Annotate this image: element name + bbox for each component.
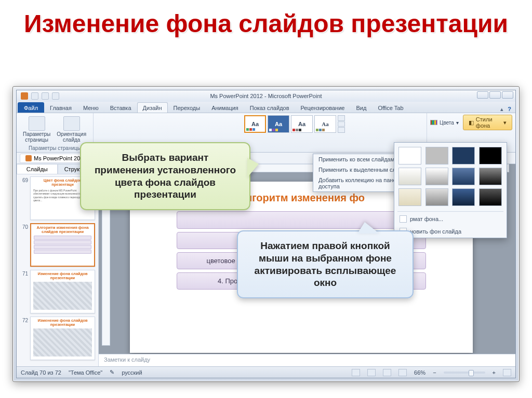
tab-officetab[interactable]: Office Tab [372, 102, 409, 113]
qat-undo-icon[interactable] [42, 92, 49, 100]
bg-swatch[interactable] [479, 147, 502, 164]
bg-swatch[interactable] [452, 188, 475, 206]
presentation-icon [25, 155, 32, 161]
background-styles-button[interactable]: ◧Стили фона▾ [463, 115, 512, 130]
app-icon [21, 92, 28, 100]
ribbon-min-icon[interactable]: ▴ [500, 106, 503, 113]
bg-swatch[interactable] [425, 188, 448, 206]
background-styles-dropdown: рмат фона... новить фон слайда [394, 142, 507, 238]
group-page-setup: Параметры страницы [21, 144, 89, 151]
format-background-item[interactable]: рмат фона... [394, 213, 507, 225]
callout-blue: Нажатием правой кнопкой мыши на выбранно… [237, 230, 414, 298]
slide-counter: Слайд 70 из 72 [21, 369, 61, 376]
theme-name: "Тема Office" [69, 369, 102, 376]
callout-green: Выбрать вариант применения установленног… [80, 142, 250, 210]
fit-icon[interactable] [503, 369, 511, 376]
slide-thumb[interactable]: 70 Алгоритм изменения фона слайдов презе… [20, 223, 95, 267]
background-swatch-grid [394, 143, 507, 210]
language-status[interactable]: русский [122, 369, 142, 376]
status-bar: Слайд 70 из 72 "Тема Office" ✎ русский 6… [17, 366, 515, 378]
bg-swatch[interactable] [452, 168, 475, 185]
bg-swatch[interactable] [479, 188, 502, 206]
bg-swatch[interactable] [425, 168, 448, 185]
tab-animation[interactable]: Анимация [206, 102, 244, 113]
title-bar: Ms PowerPoint 2012 - Microsoft PowerPoin… [17, 90, 515, 102]
document-tab-label: Ms PowerPoint 2012 [34, 155, 87, 161]
colors-dropdown[interactable]: Цвета▾ [430, 115, 459, 130]
tab-transitions[interactable]: Переходы [168, 102, 206, 113]
view-reading-icon[interactable] [383, 369, 391, 376]
bg-swatch[interactable] [398, 147, 421, 164]
zoom-in-icon[interactable]: + [493, 369, 496, 376]
slides-tab[interactable]: Слайды [17, 164, 58, 174]
window-title: Ms PowerPoint 2012 - Microsoft PowerPoin… [210, 93, 322, 99]
minimize-button[interactable] [477, 91, 488, 99]
tab-view[interactable]: Вид [350, 102, 372, 113]
gallery-up-icon[interactable] [338, 115, 345, 121]
theme-thumb[interactable]: Aa [244, 115, 266, 133]
page-setup-button[interactable]: Параметры страницы [21, 115, 52, 144]
slide-thumb[interactable]: 72 Изменение фона слайдов презентации [20, 317, 95, 360]
zoom-label: 66% [414, 369, 425, 376]
gallery-down-icon[interactable] [338, 121, 345, 127]
help-icon[interactable]: ? [508, 106, 511, 113]
slide-thumb[interactable]: 71 Изменение фона слайдов презентации [20, 270, 95, 313]
theme-thumb[interactable]: Aa [268, 115, 289, 133]
gallery-more-icon[interactable] [338, 127, 345, 133]
close-button[interactable] [502, 91, 513, 99]
theme-thumb[interactable]: Aa [291, 115, 313, 133]
view-normal-icon[interactable] [352, 369, 360, 376]
bg-swatch[interactable] [479, 168, 502, 185]
maximize-button[interactable] [489, 91, 501, 99]
tab-design[interactable]: Дизайн [137, 102, 168, 113]
tab-slideshow[interactable]: Показ слайдов [244, 102, 295, 113]
tab-review[interactable]: Рецензирование [295, 102, 351, 113]
bg-swatch[interactable] [398, 168, 421, 185]
tab-insert[interactable]: Вставка [104, 102, 137, 113]
theme-thumb[interactable]: Aa [314, 115, 336, 133]
bg-swatch[interactable] [398, 188, 421, 206]
bg-swatch[interactable] [425, 147, 448, 164]
zoom-out-icon[interactable]: − [433, 369, 436, 376]
spellcheck-icon[interactable]: ✎ [110, 369, 114, 376]
tab-home[interactable]: Главная [44, 102, 77, 113]
view-sorter-icon[interactable] [367, 369, 376, 376]
page-title: Изменение фона слайдов презентации [0, 0, 532, 43]
notes-pane[interactable]: Заметки к слайду [99, 354, 515, 366]
view-slideshow-icon[interactable] [398, 369, 407, 376]
algo-step [177, 211, 426, 229]
qat-save-icon[interactable] [31, 92, 38, 100]
tab-file[interactable]: Файл [18, 102, 44, 113]
bg-swatch[interactable] [452, 147, 475, 164]
tab-menu[interactable]: Меню [77, 102, 104, 113]
zoom-slider[interactable] [444, 372, 485, 374]
theme-gallery[interactable]: Aa Aa Aa Aa [243, 115, 422, 133]
slide-orientation-button[interactable]: Ориентация слайда [55, 115, 88, 144]
quick-access-toolbar [17, 92, 63, 100]
qat-redo-icon[interactable] [52, 92, 59, 100]
ribbon-tabs: Файл Главная Меню Вставка Дизайн Переход… [17, 102, 515, 113]
